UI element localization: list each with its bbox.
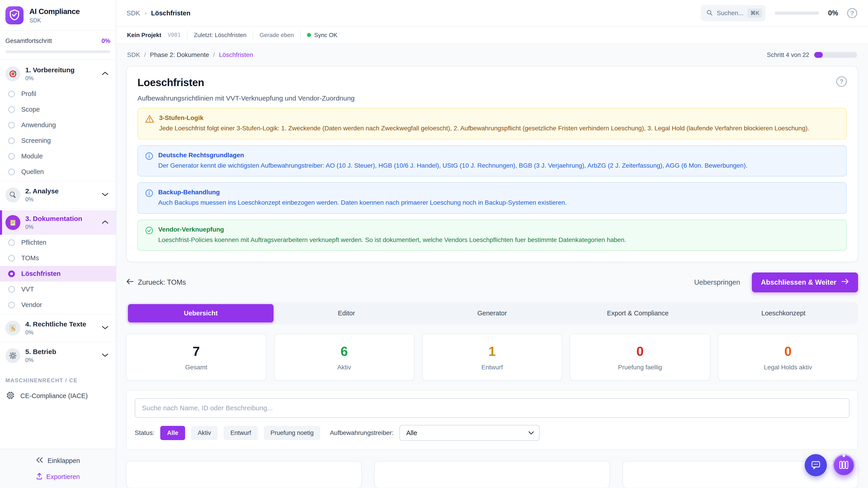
export-button[interactable]: Exportieren (36, 473, 80, 481)
infobox-body: Auch Backups muessen ins Loeschkonzept e… (158, 198, 567, 207)
infobox-title: Deutsche Rechtsgrundlagen (158, 152, 747, 159)
stat-legal-holds: 0 Legal Holds aktiv (718, 334, 858, 381)
divider (187, 31, 188, 39)
last-visited: Zuletzt: Löschfristen (194, 32, 247, 39)
policy-search-input[interactable] (135, 398, 849, 418)
sidebar-item-anwendung[interactable]: Anwendung (0, 117, 116, 133)
ce-compliance-label: CE-Compliance (IACE) (20, 392, 88, 400)
sidebar-item-pflichten[interactable]: Pflichten (0, 235, 116, 250)
status-pill-alle[interactable]: Alle (160, 426, 185, 440)
step-circle-icon (8, 91, 15, 97)
section-vorbereitung: 1. Vorbereitung 0% Profil Scope Anwendun… (0, 62, 116, 182)
back-label: Zurueck: TOMs (138, 278, 186, 287)
stat-value: 1 (489, 344, 496, 359)
shield-check-icon (9, 9, 20, 21)
collapse-sidebar-button[interactable]: Einklappen (36, 457, 80, 465)
floating-buttons (805, 454, 855, 476)
sidebar-item-label: Quellen (21, 168, 44, 175)
gear-icon (5, 348, 20, 363)
tab-export-compliance[interactable]: Export & Compliance (565, 304, 710, 322)
sidebar-item-screening[interactable]: Screening (0, 133, 116, 149)
driver-select-wrap: Alle (399, 425, 539, 441)
tab-editor[interactable]: Editor (274, 304, 419, 322)
section-analyse: 2. Analyse 0% (0, 183, 116, 209)
sidebar-item-module[interactable]: Module (0, 149, 116, 164)
step-circle-icon (8, 286, 15, 293)
topbar-progress-bar (775, 11, 819, 15)
topbar-right: Suchen... ⌘K 0% ? (701, 5, 857, 21)
complete-next-button[interactable]: Abschliessen & Weiter (752, 272, 858, 292)
overall-progress-label: Gesamtfortschritt (5, 37, 52, 44)
section-header-rechtliche-texte[interactable]: 4. Rechtliche Texte 0% (0, 316, 116, 340)
section-header-vorbereitung[interactable]: 1. Vorbereitung 0% (0, 62, 116, 86)
status-bar: Kein Projekt V001 Zuletzt: Löschfristen … (116, 27, 868, 44)
tab-uebersicht[interactable]: Uebersicht (128, 304, 274, 322)
sidebar-footer: Einklappen Exportieren (0, 449, 116, 488)
help-icon[interactable]: ? (847, 8, 857, 18)
infobox-title: Backup-Behandlung (158, 189, 567, 196)
status-pill-entwurf[interactable]: Entwurf (223, 426, 258, 440)
chevron-down-icon (102, 353, 108, 358)
breadcrumb-current: Löschfristen (151, 9, 190, 17)
section-header-dokumentation[interactable]: 3. Dokumentation 0% (0, 210, 116, 235)
tab-loeschkonzept[interactable]: Loeschkonzept (711, 304, 856, 322)
infobox-body: Loeschfrist-Policies koennen mit Auftrag… (158, 235, 626, 245)
section-header-analyse[interactable]: 2. Analyse 0% (0, 183, 116, 207)
wizard-nav-row: Zurueck: TOMs Ueberspringen Abschliessen… (126, 272, 858, 292)
sidebar-item-quellen[interactable]: Quellen (0, 164, 116, 180)
infobox-vendor-verknuepfung: Vendor-Verknuepfung Loeschfrist-Policies… (137, 220, 847, 251)
sidebar-item-vendor[interactable]: Vendor (0, 297, 116, 313)
global-search-button[interactable]: Suchen... ⌘K (701, 5, 766, 21)
tab-generator[interactable]: Generator (419, 304, 565, 322)
stat-value: 0 (784, 344, 792, 359)
section-dokumentation: 3. Dokumentation 0% Pflichten TOMs Lösch… (0, 210, 116, 315)
info-circle-icon (145, 189, 153, 198)
sidebar-item-label: Module (21, 153, 43, 160)
sidebar-item-ce-compliance[interactable]: CE-Compliance (IACE) (0, 387, 116, 407)
policy-card[interactable] (126, 461, 362, 488)
page-bc-root[interactable]: SDK (127, 51, 140, 59)
next-label: Abschliessen & Weiter (761, 278, 836, 287)
skip-button[interactable]: Ueberspringen (694, 278, 740, 287)
divider (300, 31, 301, 39)
app-root: AI Compliance SDK Gesamtfortschritt 0% 1… (0, 0, 868, 488)
sidebar-item-profil[interactable]: Profil (0, 86, 116, 102)
section-title: 3. Dokumentation (25, 215, 97, 223)
breadcrumb-root[interactable]: SDK (127, 9, 140, 17)
sidebar-item-toms[interactable]: TOMs (0, 250, 116, 266)
sidebar-item-scope[interactable]: Scope (0, 102, 116, 117)
sidebar-item-loeschfristen[interactable]: Löschfristen (0, 266, 116, 282)
status-pill-aktiv[interactable]: Aktiv (191, 426, 218, 440)
policy-card[interactable] (374, 461, 610, 488)
arrow-right-icon (841, 278, 849, 287)
step-circle-icon (8, 106, 15, 113)
driver-select[interactable]: Alle (399, 425, 539, 441)
section-betrieb: 5. Betrieb 0% (0, 344, 116, 369)
topbar-progress-value: 0% (828, 9, 838, 17)
step-circle-icon (8, 122, 15, 129)
keyboard-shortcut-badge: ⌘K (747, 8, 762, 18)
step-label: Schritt 4 von 22 (767, 52, 809, 59)
section-header-betrieb[interactable]: 5. Betrieb 0% (0, 344, 116, 368)
sidebar-item-label: Löschfristen (21, 270, 61, 278)
sidebar-item-label: Anwendung (21, 121, 56, 129)
kanban-columns-icon (839, 460, 849, 470)
app-identity: AI Compliance SDK (29, 7, 80, 24)
stat-pruefung-faellig: 0 Pruefung faellig (570, 334, 710, 381)
status-pill-pruefung-noetig[interactable]: Pruefung noetig (264, 426, 320, 440)
step-circle-icon (8, 302, 15, 308)
step-circle-icon (8, 255, 15, 262)
app-title: AI Compliance (29, 7, 80, 16)
stat-aktiv: 6 Aktiv (274, 334, 414, 381)
kanban-fab-button[interactable] (833, 454, 855, 476)
back-button[interactable]: Zurueck: TOMs (126, 278, 186, 287)
clipboard-icon (5, 215, 20, 230)
card-help-icon[interactable]: ? (836, 76, 847, 87)
sidebar-item-vvt[interactable]: VVT (0, 282, 116, 297)
infobox-body: Jede Loeschfrist folgt einer 3-Stufen-Lo… (159, 124, 809, 133)
sidebar-item-label: Scope (21, 106, 40, 113)
page-bc-phase[interactable]: Phase 2: Dokumente (150, 51, 209, 59)
chat-fab-button[interactable] (805, 454, 827, 476)
sync-status: Sync OK (307, 32, 338, 39)
project-name: Kein Projekt (127, 32, 161, 39)
